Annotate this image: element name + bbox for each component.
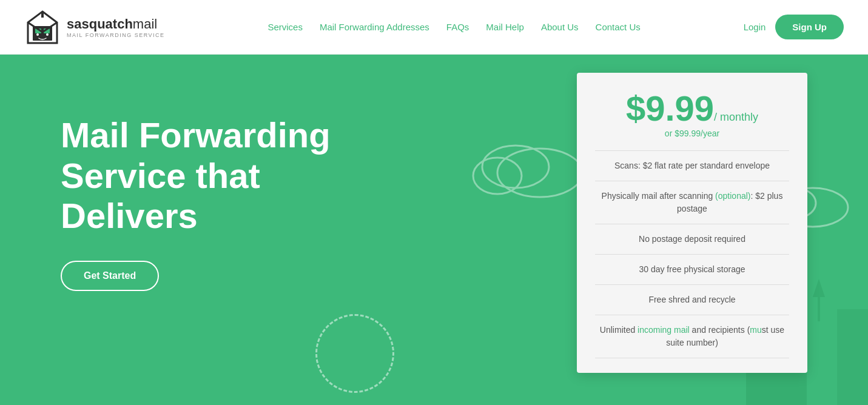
hero-content: Mail Forwarding Service that Delivers Ge… [0,55,477,327]
svg-marker-22 [813,279,825,297]
price-amount: $9.99 [626,89,714,128]
price-period: / monthly [714,111,758,123]
nav-services[interactable]: Services [267,22,303,32]
svg-point-5 [482,146,549,188]
feature-scans: Scans: $2 flat rate per standard envelop… [595,151,789,181]
svg-rect-23 [818,297,820,321]
logo-area: sasquatchmail MAIL FORWARDING SERVICE [24,9,165,45]
svg-point-7 [473,158,522,194]
signup-button[interactable]: Sign Up [775,15,844,39]
svg-rect-25 [842,318,850,330]
nav-faqs[interactable]: FAQs [446,22,469,32]
login-button[interactable]: Login [744,22,766,32]
pricing-card-wrapper: $9.99/ monthly or $99.99/year Scans: $2 … [577,73,807,373]
header-actions: Login Sign Up [744,15,844,39]
nav-mail-help[interactable]: Mail Help [486,22,524,32]
hero-section: Mail Forwarding Service that Delivers Ge… [0,55,868,405]
get-started-button[interactable]: Get Started [61,261,159,291]
svg-rect-26 [855,318,864,330]
svg-point-6 [497,149,582,197]
pricing-features: Scans: $2 flat rate per standard envelop… [595,150,789,358]
pricing-card: $9.99/ monthly or $99.99/year Scans: $2 … [577,73,807,373]
hero-title: Mail Forwarding Service that Delivers [61,115,376,236]
svg-rect-24 [837,309,868,405]
pricing-top: $9.99/ monthly or $99.99/year [595,91,789,138]
nav-about-us[interactable]: About Us [541,22,579,32]
header: sasquatchmail MAIL FORWARDING SERVICE Se… [0,0,868,55]
feature-physical-mail: Physically mail after scanning (optional… [595,181,789,224]
svg-rect-28 [855,336,864,349]
svg-rect-27 [842,336,850,349]
svg-point-4 [46,33,49,36]
main-nav: Services Mail Forwarding Addresses FAQs … [165,22,744,32]
price-display: $9.99/ monthly [595,91,789,126]
nav-mail-forwarding-addresses[interactable]: Mail Forwarding Addresses [320,22,429,32]
logo-icon [24,9,61,45]
feature-shred: Free shred and recycle [595,285,789,315]
logo-tagline: MAIL FORWARDING SERVICE [67,32,165,38]
feature-storage: 30 day free physical storage [595,255,789,285]
logo-brand: sasquatchmail [67,16,165,32]
logo-text-block: sasquatchmail MAIL FORWARDING SERVICE [67,16,165,38]
feature-unlimited: Unlimited incoming mail and recipients (… [595,315,789,358]
svg-point-3 [36,33,39,36]
price-annual: or $99.99/year [595,129,789,138]
feature-no-postage: No postage deposit required [595,224,789,255]
nav-contact-us[interactable]: Contact Us [596,22,641,32]
